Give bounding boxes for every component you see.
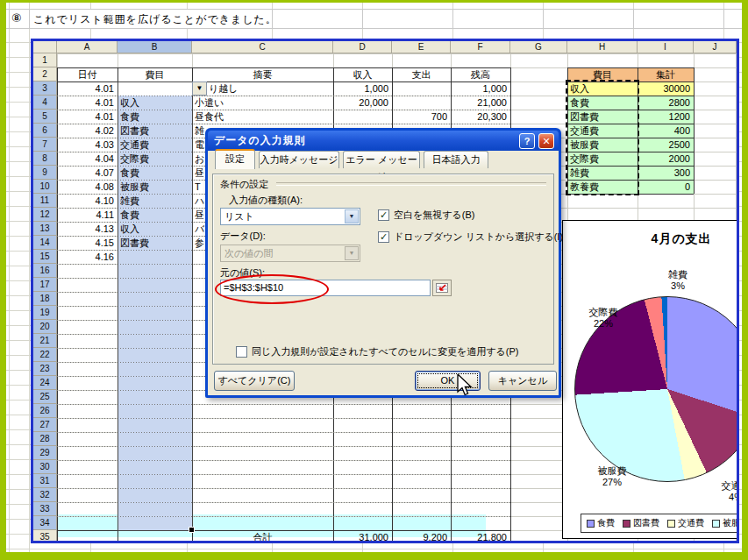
row-header-33[interactable]: 33 [33, 502, 57, 516]
row-header-21[interactable]: 21 [33, 334, 57, 348]
cell-date[interactable]: 4.15 [59, 236, 114, 250]
cell-income[interactable]: 1,000 [335, 82, 388, 96]
summary-item-value[interactable]: 300 [638, 166, 694, 180]
cell-desc[interactable]: 小遣い [195, 96, 331, 110]
summary-header-total[interactable]: 集計 [638, 67, 694, 82]
row-header-13[interactable]: 13 [33, 222, 57, 236]
cell-date[interactable]: 4.08 [59, 180, 114, 194]
column-header-A[interactable]: A [57, 41, 118, 53]
cell-desc[interactable]: り越し [209, 82, 345, 96]
cell-balance[interactable]: 1,000 [452, 82, 507, 96]
column-header-C[interactable]: C [192, 41, 333, 53]
row-header-29[interactable]: 29 [33, 446, 57, 460]
row-header-35[interactable]: 35 [33, 530, 57, 541]
row-header-2[interactable]: 2 [33, 67, 57, 82]
cell-date[interactable]: 4.01 [59, 110, 114, 124]
row-header-31[interactable]: 31 [33, 474, 57, 488]
tab-settings[interactable]: 設定 [215, 149, 255, 169]
summary-item-value[interactable]: 400 [638, 124, 694, 138]
row-header-4[interactable]: 4 [33, 96, 57, 110]
cell-expense[interactable]: 700 [394, 110, 447, 124]
row-header-34[interactable]: 34 [33, 516, 57, 530]
row-header-18[interactable]: 18 [33, 292, 57, 306]
cell-date[interactable]: 4.01 [59, 82, 114, 96]
summary-item-value[interactable]: 2000 [638, 152, 694, 166]
column-header-J[interactable]: J [694, 41, 737, 53]
cell-date[interactable]: 4.03 [59, 138, 114, 152]
total-label[interactable]: 合計 [192, 530, 333, 541]
validation-type-combobox[interactable]: リスト ▼ [220, 208, 360, 225]
row-header-7[interactable]: 7 [33, 138, 57, 152]
fill-handle[interactable] [189, 527, 195, 533]
row-header-8[interactable]: 8 [33, 152, 57, 166]
summary-item-value[interactable]: 2800 [638, 96, 694, 110]
cell-balance[interactable]: 20,300 [452, 110, 507, 124]
ledger-header-cell[interactable]: 費目 [118, 67, 192, 82]
row-header-9[interactable]: 9 [33, 166, 57, 180]
apply-to-all-checkbox[interactable] [236, 346, 247, 358]
chart-legend[interactable]: 食費図書費交通費被服費交際費雑費教養費 [581, 514, 737, 533]
range-selector-button[interactable] [432, 280, 452, 296]
column-header-G[interactable]: G [510, 41, 567, 53]
row-header-28[interactable]: 28 [33, 432, 57, 446]
ledger-header-cell[interactable]: 摘要 [192, 67, 333, 82]
select-all-corner[interactable] [33, 41, 57, 53]
row-header-23[interactable]: 23 [33, 362, 57, 376]
chevron-down-icon[interactable]: ▼ [345, 209, 359, 223]
ledger-header-cell[interactable]: 残高 [451, 67, 510, 82]
ignore-blank-checkbox[interactable]: ✓ [378, 209, 389, 221]
cell-date[interactable]: 4.11 [59, 208, 114, 222]
cell-date[interactable]: 4.16 [59, 250, 114, 264]
help-icon[interactable]: ? [519, 133, 535, 149]
cell-desc[interactable]: 昼食代 [195, 110, 331, 124]
cell-date[interactable]: 4.01 [59, 96, 114, 110]
column-header-E[interactable]: E [392, 41, 451, 53]
tab-input-message[interactable]: 入力時メッセージ [259, 151, 339, 168]
ledger-header-cell[interactable]: 支出 [392, 67, 451, 82]
summary-item-value[interactable]: 2500 [638, 138, 694, 152]
in-cell-dropdown-checkbox[interactable]: ✓ [378, 231, 389, 243]
row-header-24[interactable]: 24 [33, 376, 57, 390]
cell-income[interactable]: 20,000 [335, 96, 388, 110]
row-header-10[interactable]: 10 [33, 180, 57, 194]
ledger-header-cell[interactable]: 収入 [333, 67, 392, 82]
row-header-3[interactable]: 3 [33, 82, 57, 96]
cancel-button[interactable]: キャンセル [488, 371, 557, 391]
cell-date[interactable]: 4.07 [59, 166, 114, 180]
summary-item-value[interactable]: 1200 [638, 110, 694, 124]
column-header-F[interactable]: F [451, 41, 510, 53]
row-header-19[interactable]: 19 [33, 306, 57, 320]
summary-item-value[interactable]: 0 [638, 180, 694, 194]
row-header-12[interactable]: 12 [33, 208, 57, 222]
row-header-6[interactable]: 6 [33, 124, 57, 138]
cell-date[interactable]: 4.02 [59, 124, 114, 138]
row-header-30[interactable]: 30 [33, 460, 57, 474]
row-header-32[interactable]: 32 [33, 488, 57, 502]
row-header-1[interactable]: 1 [33, 53, 57, 67]
summary-item-value[interactable]: 30000 [638, 82, 694, 96]
clear-all-button[interactable]: すべてクリア(C) [214, 371, 295, 391]
total-income[interactable]: 31,000 [335, 530, 388, 541]
column-header-B[interactable]: B [118, 41, 192, 53]
row-header-16[interactable]: 16 [33, 264, 57, 278]
total-balance[interactable]: 21,800 [452, 530, 507, 541]
row-header-26[interactable]: 26 [33, 404, 57, 418]
tab-error-alert[interactable]: エラー メッセージ [343, 151, 420, 168]
row-header-14[interactable]: 14 [33, 236, 57, 250]
column-header-H[interactable]: H [567, 41, 638, 53]
row-header-27[interactable]: 27 [33, 418, 57, 432]
cell-date[interactable]: 4.13 [59, 222, 114, 236]
column-header-D[interactable]: D [333, 41, 392, 53]
row-header-17[interactable]: 17 [33, 278, 57, 292]
pie-chart-area[interactable]: 4月の支出雑費3%交際費22%被服費27%交通費4%食費図書費交通費被服費交際費… [562, 220, 737, 539]
cell-date[interactable]: 4.10 [59, 194, 114, 208]
cell-balance[interactable]: 21,000 [452, 96, 507, 110]
row-header-11[interactable]: 11 [33, 194, 57, 208]
row-header-5[interactable]: 5 [33, 110, 57, 124]
close-icon[interactable]: ✕ [538, 133, 554, 149]
row-header-15[interactable]: 15 [33, 250, 57, 264]
row-header-20[interactable]: 20 [33, 320, 57, 334]
tab-ime[interactable]: 日本語入力 [424, 151, 488, 168]
cell-date[interactable]: 4.04 [59, 152, 114, 166]
row-header-22[interactable]: 22 [33, 348, 57, 362]
